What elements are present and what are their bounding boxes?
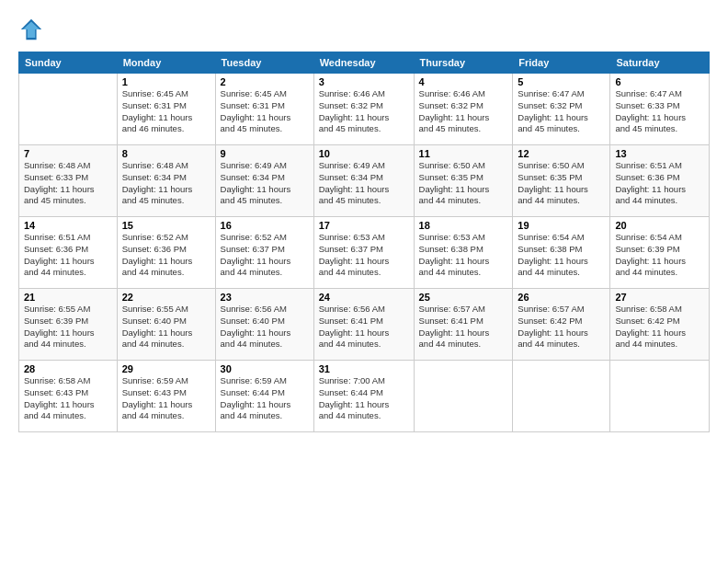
day-number: 29	[122, 363, 210, 374]
day-number: 9	[221, 148, 309, 159]
calendar-cell: 12Sunrise: 6:50 AM Sunset: 6:35 PM Dayli…	[513, 145, 610, 217]
day-info: Sunrise: 6:46 AM Sunset: 6:32 PM Dayligh…	[419, 88, 508, 135]
day-number: 26	[518, 292, 605, 303]
day-number: 25	[419, 292, 508, 303]
day-info: Sunrise: 6:50 AM Sunset: 6:35 PM Dayligh…	[518, 160, 605, 207]
logo	[18, 17, 48, 42]
day-info: Sunrise: 6:45 AM Sunset: 6:31 PM Dayligh…	[221, 88, 309, 135]
calendar-cell: 23Sunrise: 6:56 AM Sunset: 6:40 PM Dayli…	[215, 289, 313, 361]
day-number: 13	[615, 148, 704, 159]
day-info: Sunrise: 6:54 AM Sunset: 6:39 PM Dayligh…	[615, 232, 704, 279]
day-info: Sunrise: 6:46 AM Sunset: 6:32 PM Dayligh…	[319, 88, 409, 135]
header	[18, 17, 710, 42]
calendar-cell: 27Sunrise: 6:58 AM Sunset: 6:42 PM Dayli…	[610, 289, 710, 361]
day-number: 15	[122, 220, 210, 231]
calendar-cell: 15Sunrise: 6:52 AM Sunset: 6:36 PM Dayli…	[117, 217, 215, 289]
calendar-cell: 25Sunrise: 6:57 AM Sunset: 6:41 PM Dayli…	[414, 289, 513, 361]
calendar-cell: 17Sunrise: 6:53 AM Sunset: 6:37 PM Dayli…	[313, 217, 414, 289]
day-number: 2	[221, 76, 309, 87]
calendar-cell: 11Sunrise: 6:50 AM Sunset: 6:35 PM Dayli…	[414, 145, 513, 217]
calendar-cell: 14Sunrise: 6:51 AM Sunset: 6:36 PM Dayli…	[19, 217, 118, 289]
calendar-cell: 29Sunrise: 6:59 AM Sunset: 6:43 PM Dayli…	[117, 361, 215, 432]
calendar-cell	[19, 74, 118, 145]
header-row: SundayMondayTuesdayWednesdayThursdayFrid…	[19, 52, 710, 74]
calendar-cell: 4Sunrise: 6:46 AM Sunset: 6:32 PM Daylig…	[414, 74, 513, 145]
day-number: 1	[122, 76, 210, 87]
calendar-cell: 13Sunrise: 6:51 AM Sunset: 6:36 PM Dayli…	[610, 145, 710, 217]
day-info: Sunrise: 6:53 AM Sunset: 6:38 PM Dayligh…	[419, 232, 508, 279]
calendar-cell: 10Sunrise: 6:49 AM Sunset: 6:34 PM Dayli…	[313, 145, 414, 217]
day-info: Sunrise: 6:56 AM Sunset: 6:40 PM Dayligh…	[221, 304, 309, 350]
header-day-monday: Monday	[117, 52, 215, 74]
calendar-cell: 9Sunrise: 6:49 AM Sunset: 6:34 PM Daylig…	[215, 145, 313, 217]
calendar-cell: 1Sunrise: 6:45 AM Sunset: 6:31 PM Daylig…	[117, 74, 215, 145]
logo-icon	[18, 17, 44, 42]
day-info: Sunrise: 6:52 AM Sunset: 6:37 PM Dayligh…	[221, 232, 309, 279]
day-info: Sunrise: 6:51 AM Sunset: 6:36 PM Dayligh…	[615, 160, 704, 207]
day-number: 11	[419, 148, 508, 159]
week-row-3: 14Sunrise: 6:51 AM Sunset: 6:36 PM Dayli…	[19, 217, 710, 289]
calendar-table: SundayMondayTuesdayWednesdayThursdayFrid…	[18, 52, 710, 432]
day-number: 23	[221, 292, 309, 303]
calendar-cell: 7Sunrise: 6:48 AM Sunset: 6:33 PM Daylig…	[19, 145, 118, 217]
day-number: 5	[518, 76, 605, 87]
day-number: 6	[615, 76, 704, 87]
day-info: Sunrise: 6:55 AM Sunset: 6:39 PM Dayligh…	[24, 304, 112, 350]
svg-marker-1	[23, 22, 40, 38]
day-info: Sunrise: 6:50 AM Sunset: 6:35 PM Dayligh…	[419, 160, 508, 207]
day-info: Sunrise: 6:49 AM Sunset: 6:34 PM Dayligh…	[221, 160, 309, 207]
day-number: 19	[518, 220, 605, 231]
day-info: Sunrise: 6:57 AM Sunset: 6:42 PM Dayligh…	[518, 304, 605, 350]
day-info: Sunrise: 6:55 AM Sunset: 6:40 PM Dayligh…	[122, 304, 210, 350]
calendar-cell: 30Sunrise: 6:59 AM Sunset: 6:44 PM Dayli…	[215, 361, 313, 432]
header-day-saturday: Saturday	[610, 52, 710, 74]
calendar-cell: 26Sunrise: 6:57 AM Sunset: 6:42 PM Dayli…	[513, 289, 610, 361]
day-number: 18	[419, 220, 508, 231]
day-info: Sunrise: 6:54 AM Sunset: 6:38 PM Dayligh…	[518, 232, 605, 279]
day-number: 24	[319, 292, 409, 303]
calendar-cell	[513, 361, 610, 432]
calendar-cell	[610, 361, 710, 432]
day-number: 28	[24, 363, 112, 374]
day-number: 27	[615, 292, 704, 303]
week-row-2: 7Sunrise: 6:48 AM Sunset: 6:33 PM Daylig…	[19, 145, 710, 217]
day-info: Sunrise: 6:53 AM Sunset: 6:37 PM Dayligh…	[319, 232, 409, 279]
week-row-4: 21Sunrise: 6:55 AM Sunset: 6:39 PM Dayli…	[19, 289, 710, 361]
calendar-cell: 22Sunrise: 6:55 AM Sunset: 6:40 PM Dayli…	[117, 289, 215, 361]
calendar-cell: 21Sunrise: 6:55 AM Sunset: 6:39 PM Dayli…	[19, 289, 118, 361]
header-day-tuesday: Tuesday	[215, 52, 313, 74]
day-number: 10	[319, 148, 409, 159]
calendar-cell: 16Sunrise: 6:52 AM Sunset: 6:37 PM Dayli…	[215, 217, 313, 289]
week-row-5: 28Sunrise: 6:58 AM Sunset: 6:43 PM Dayli…	[19, 361, 710, 432]
day-number: 20	[615, 220, 704, 231]
calendar-cell: 6Sunrise: 6:47 AM Sunset: 6:33 PM Daylig…	[610, 74, 710, 145]
day-info: Sunrise: 6:58 AM Sunset: 6:42 PM Dayligh…	[615, 304, 704, 350]
day-info: Sunrise: 6:48 AM Sunset: 6:33 PM Dayligh…	[24, 160, 112, 207]
day-info: Sunrise: 6:45 AM Sunset: 6:31 PM Dayligh…	[122, 88, 210, 135]
calendar-cell: 28Sunrise: 6:58 AM Sunset: 6:43 PM Dayli…	[19, 361, 118, 432]
day-number: 17	[319, 220, 409, 231]
day-number: 30	[221, 363, 309, 374]
day-number: 7	[24, 148, 112, 159]
day-info: Sunrise: 6:57 AM Sunset: 6:41 PM Dayligh…	[419, 304, 508, 350]
calendar-cell: 18Sunrise: 6:53 AM Sunset: 6:38 PM Dayli…	[414, 217, 513, 289]
header-day-thursday: Thursday	[414, 52, 513, 74]
day-number: 22	[122, 292, 210, 303]
day-info: Sunrise: 6:47 AM Sunset: 6:32 PM Dayligh…	[518, 88, 605, 135]
day-number: 12	[518, 148, 605, 159]
calendar-cell: 2Sunrise: 6:45 AM Sunset: 6:31 PM Daylig…	[215, 74, 313, 145]
day-info: Sunrise: 6:56 AM Sunset: 6:41 PM Dayligh…	[319, 304, 409, 350]
calendar-cell: 31Sunrise: 7:00 AM Sunset: 6:44 PM Dayli…	[313, 361, 414, 432]
day-info: Sunrise: 7:00 AM Sunset: 6:44 PM Dayligh…	[319, 375, 409, 422]
day-info: Sunrise: 6:47 AM Sunset: 6:33 PM Dayligh…	[615, 88, 704, 135]
header-day-wednesday: Wednesday	[313, 52, 414, 74]
header-day-friday: Friday	[513, 52, 610, 74]
calendar-cell: 24Sunrise: 6:56 AM Sunset: 6:41 PM Dayli…	[313, 289, 414, 361]
day-info: Sunrise: 6:52 AM Sunset: 6:36 PM Dayligh…	[122, 232, 210, 279]
calendar-cell: 5Sunrise: 6:47 AM Sunset: 6:32 PM Daylig…	[513, 74, 610, 145]
day-info: Sunrise: 6:59 AM Sunset: 6:44 PM Dayligh…	[221, 375, 309, 422]
calendar-cell: 19Sunrise: 6:54 AM Sunset: 6:38 PM Dayli…	[513, 217, 610, 289]
calendar-cell: 20Sunrise: 6:54 AM Sunset: 6:39 PM Dayli…	[610, 217, 710, 289]
header-day-sunday: Sunday	[19, 52, 118, 74]
day-number: 14	[24, 220, 112, 231]
